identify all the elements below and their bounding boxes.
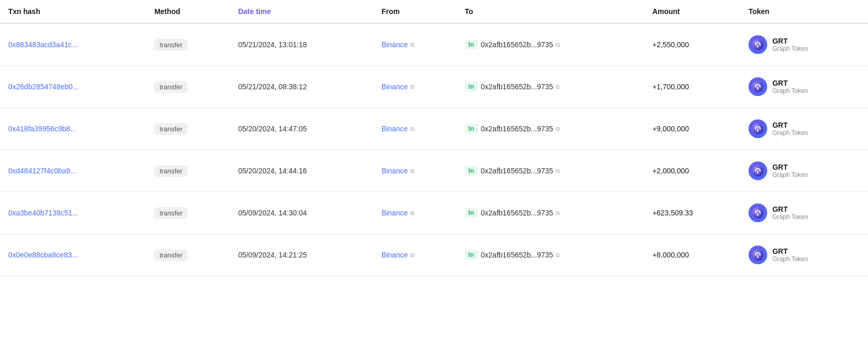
col-datetime[interactable]: Date time [230, 0, 373, 23]
txn-hash-link[interactable]: 0x26db2854748eb0... [8, 83, 78, 91]
table-header-row: Txn hash Method Date time From To Amount… [0, 0, 868, 23]
token-info: GRT Graph Token [772, 247, 808, 263]
datetime-value: 05/09/2024, 14:30:04 [238, 209, 306, 217]
from-cell: Binance ⧉ [373, 150, 456, 192]
txn-hash-link[interactable]: 0x0e0e88cba8ce83... [8, 251, 78, 259]
svg-point-17 [755, 212, 756, 214]
copy-from-icon[interactable]: ⧉ [410, 252, 415, 259]
datetime-value: 05/21/2024, 13:01:18 [238, 40, 306, 49]
from-link[interactable]: Binance ⧉ [381, 125, 448, 133]
token-cell: GRT Graph Token [740, 192, 868, 234]
txn-hash-link[interactable]: 0x883483acd3a41c... [8, 40, 78, 49]
table-row: 0xd484127f4c0ba9... transfer 05/20/2024,… [0, 150, 868, 192]
token-name: Graph Token [772, 129, 808, 137]
amount-value: +8,000,000 [652, 251, 689, 259]
svg-point-19 [757, 214, 759, 216]
col-from: From [373, 0, 456, 23]
token-name: Graph Token [772, 87, 808, 94]
copy-to-icon[interactable]: ⧉ [556, 210, 560, 216]
amount-value: +623,509.33 [652, 209, 693, 217]
amount-value: +9,000,000 [652, 125, 689, 133]
token-symbol: GRT [772, 247, 808, 255]
txn-hash-cell: 0xd484127f4c0ba9... [0, 150, 146, 192]
datetime-cell: 05/21/2024, 13:01:18 [230, 23, 373, 66]
copy-from-icon[interactable]: ⧉ [410, 126, 415, 132]
amount-cell: +623,509.33 [644, 192, 740, 234]
method-cell: transfer [146, 108, 230, 150]
to-address: 0x2afb165652b...9735 ⧉ [481, 251, 560, 259]
from-link[interactable]: Binance ⧉ [381, 209, 448, 217]
method-cell: transfer [146, 192, 230, 234]
from-link[interactable]: Binance ⧉ [381, 40, 448, 49]
token-name: Graph Token [772, 213, 808, 221]
copy-to-icon[interactable]: ⧉ [556, 168, 560, 174]
to-address: 0x2afb165652b...9735 ⧉ [481, 40, 560, 49]
txn-hash-cell: 0xa3be40b7138c51... [0, 192, 146, 234]
from-link[interactable]: Binance ⧉ [381, 167, 448, 175]
direction-badge: In [465, 82, 478, 91]
txn-hash-link[interactable]: 0xa3be40b7138c51... [8, 209, 78, 217]
txn-hash-link[interactable]: 0xd484127f4c0ba9... [8, 167, 76, 175]
datetime-cell: 05/20/2024, 14:47:05 [230, 108, 373, 150]
token-icon [749, 77, 767, 96]
to-cell: In 0x2afb165652b...9735 ⧉ [457, 150, 644, 192]
from-link[interactable]: Binance ⧉ [381, 83, 448, 91]
table-row: 0x0e0e88cba8ce83... transfer 05/09/2024,… [0, 234, 868, 276]
copy-to-icon[interactable]: ⧉ [556, 42, 560, 48]
to-address: 0x2afb165652b...9735 ⧉ [481, 125, 560, 133]
token-info: GRT Graph Token [772, 37, 808, 52]
copy-from-icon[interactable]: ⧉ [410, 84, 415, 90]
table-row: 0x26db2854748eb0... transfer 05/21/2024,… [0, 66, 868, 108]
datetime-cell: 05/09/2024, 14:21:25 [230, 234, 373, 276]
to-address: 0x2afb165652b...9735 ⧉ [481, 209, 560, 217]
token-info: GRT Graph Token [772, 205, 808, 221]
token-icon [749, 246, 767, 264]
token-symbol: GRT [772, 121, 808, 129]
datetime-value: 05/21/2024, 08:38:12 [238, 83, 306, 91]
method-badge: transfer [154, 207, 188, 219]
svg-point-10 [759, 128, 761, 130]
token-name: Graph Token [772, 255, 808, 263]
svg-point-14 [759, 170, 761, 172]
to-address: 0x2afb165652b...9735 ⧉ [481, 83, 560, 91]
amount-cell: +2,550,000 [644, 23, 740, 66]
txn-hash-link[interactable]: 0x418fa39956c9b8... [8, 125, 76, 133]
txn-hash-cell: 0x26db2854748eb0... [0, 66, 146, 108]
copy-from-icon[interactable]: ⧉ [410, 168, 415, 174]
copy-from-icon[interactable]: ⧉ [410, 42, 415, 48]
copy-to-icon[interactable]: ⧉ [556, 84, 560, 90]
copy-to-icon[interactable]: ⧉ [556, 126, 560, 132]
copy-from-icon[interactable]: ⧉ [410, 210, 415, 216]
amount-cell: +2,000,000 [644, 150, 740, 192]
token-cell: GRT Graph Token [740, 23, 868, 66]
col-token: Token [740, 0, 868, 23]
to-cell: In 0x2afb165652b...9735 ⧉ [457, 108, 644, 150]
token-info: GRT Graph Token [772, 121, 808, 137]
to-cell: In 0x2afb165652b...9735 ⧉ [457, 23, 644, 66]
method-badge: transfer [154, 249, 188, 261]
amount-value: +2,550,000 [652, 40, 689, 49]
token-cell: GRT Graph Token [740, 234, 868, 276]
method-cell: transfer [146, 66, 230, 108]
token-symbol: GRT [772, 163, 808, 171]
amount-value: +2,000,000 [652, 167, 689, 175]
from-cell: Binance ⧉ [373, 108, 456, 150]
from-link[interactable]: Binance ⧉ [381, 251, 448, 259]
token-info: GRT Graph Token [772, 163, 808, 179]
datetime-value: 05/20/2024, 14:44:16 [238, 167, 306, 175]
direction-badge: In [465, 40, 478, 49]
table-row: 0x418fa39956c9b8... transfer 05/20/2024,… [0, 108, 868, 150]
svg-point-9 [755, 128, 756, 130]
svg-point-18 [759, 212, 761, 214]
svg-point-5 [755, 86, 756, 88]
col-txn-hash: Txn hash [0, 0, 146, 23]
direction-badge: In [465, 124, 478, 133]
from-cell: Binance ⧉ [373, 66, 456, 108]
to-cell: In 0x2afb165652b...9735 ⧉ [457, 66, 644, 108]
method-cell: transfer [146, 23, 230, 66]
copy-to-icon[interactable]: ⧉ [556, 252, 560, 259]
svg-point-23 [757, 256, 759, 258]
table-row: 0x883483acd3a41c... transfer 05/21/2024,… [0, 23, 868, 66]
svg-point-13 [755, 170, 756, 172]
amount-cell: +9,000,000 [644, 108, 740, 150]
